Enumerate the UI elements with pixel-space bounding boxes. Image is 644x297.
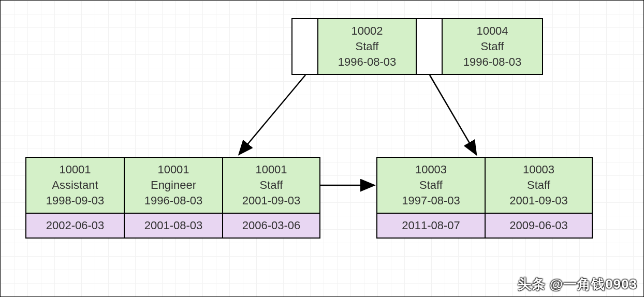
left-footer-0-text: 2002-06-03 <box>46 218 105 233</box>
root-cell-1-date: 1996-08-03 <box>463 54 522 70</box>
left-footer-2: 2006-03-06 <box>223 214 319 237</box>
left-cell-2-id: 10001 <box>255 162 287 177</box>
right-cell-0-date: 1997-08-03 <box>402 193 460 209</box>
left-child-footer: 2002-06-03 2001-08-03 2006-03-06 <box>25 214 320 239</box>
right-cell-1: 10003 Staff 2001-09-03 <box>486 158 592 213</box>
left-cell-2: 10001 Staff 2001-09-03 <box>223 158 319 213</box>
right-footer-0-text: 2011-08-07 <box>402 218 460 233</box>
right-cell-0: 10003 Staff 1997-08-03 <box>377 158 486 213</box>
left-footer-2-text: 2006-03-06 <box>242 218 301 233</box>
left-cell-1-date: 1996-08-03 <box>144 193 203 209</box>
arrow-root-to-left <box>240 75 305 154</box>
diagram-canvas: 10002 Staff 1996-08-03 10004 Staff 1996-… <box>0 0 644 297</box>
right-child-footer: 2011-08-07 2009-06-03 <box>376 214 593 239</box>
root-cell-0-role: Staff <box>356 39 379 54</box>
right-child-node: 10003 Staff 1997-08-03 10003 Staff 2001-… <box>376 157 593 214</box>
right-cell-1-id: 10003 <box>523 162 554 177</box>
left-footer-1: 2001-08-03 <box>125 214 223 237</box>
root-blank-1 <box>417 19 443 74</box>
left-cell-2-role: Staff <box>260 177 283 193</box>
left-footer-0: 2002-06-03 <box>26 214 125 237</box>
arrow-root-to-right <box>430 75 476 154</box>
right-cell-1-date: 2001-09-03 <box>509 193 568 209</box>
right-cell-0-id: 10003 <box>415 162 447 177</box>
left-cell-0-id: 10001 <box>59 162 91 177</box>
left-cell-1-role: Engineer <box>151 177 196 193</box>
right-footer-0: 2011-08-07 <box>377 214 486 237</box>
left-cell-0: 10001 Assistant 1998-09-03 <box>26 158 125 213</box>
left-cell-2-date: 2001-09-03 <box>242 193 301 209</box>
root-blank-0 <box>292 19 318 74</box>
right-footer-1: 2009-06-03 <box>486 214 592 237</box>
left-footer-1-text: 2001-08-03 <box>144 218 203 233</box>
root-cell-1: 10004 Staff 1996-08-03 <box>443 19 542 74</box>
left-cell-1: 10001 Engineer 1996-08-03 <box>125 158 223 213</box>
right-cell-0-role: Staff <box>419 177 443 193</box>
root-node: 10002 Staff 1996-08-03 10004 Staff 1996-… <box>291 18 543 75</box>
root-cell-1-id: 10004 <box>476 23 508 39</box>
root-cell-0-id: 10002 <box>351 23 383 39</box>
right-cell-1-role: Staff <box>527 177 550 193</box>
watermark-text: 头条 @一角钱0903 <box>518 275 637 293</box>
left-cell-0-role: Assistant <box>52 177 98 193</box>
left-cell-0-date: 1998-09-03 <box>46 193 105 209</box>
left-cell-1-id: 10001 <box>157 162 189 177</box>
left-child-node: 10001 Assistant 1998-09-03 10001 Enginee… <box>25 157 320 214</box>
root-cell-0-date: 1996-08-03 <box>338 54 397 70</box>
right-footer-1-text: 2009-06-03 <box>509 218 568 233</box>
root-cell-0: 10002 Staff 1996-08-03 <box>318 19 417 74</box>
root-cell-1-role: Staff <box>481 39 504 54</box>
